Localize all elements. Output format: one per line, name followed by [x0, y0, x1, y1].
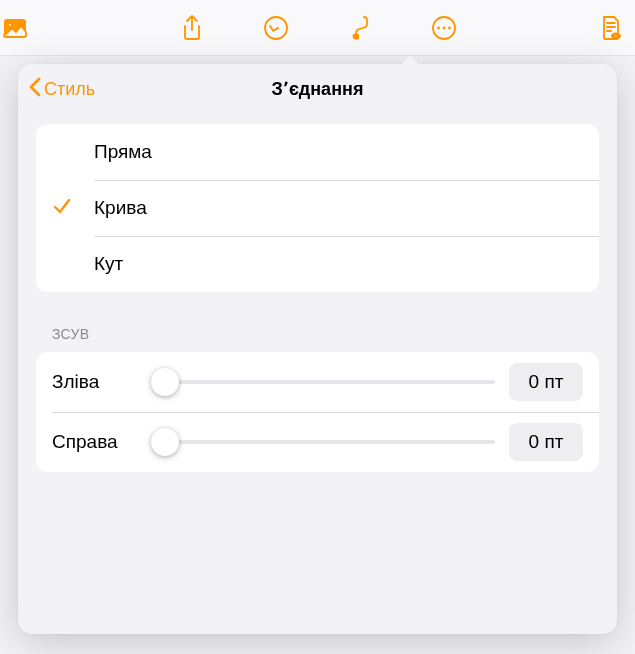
offset-left-value[interactable]: 0 пт — [509, 363, 583, 401]
toolbar — [0, 0, 635, 56]
share-icon[interactable] — [176, 12, 208, 44]
svg-point-4 — [437, 26, 440, 29]
format-popover: Стиль Зʼєднання Пряма Крива Кут ЗСУВ — [18, 64, 617, 634]
slider-track-line — [151, 440, 495, 444]
list-item-label: Пряма — [94, 141, 152, 163]
svg-point-2 — [265, 17, 287, 39]
offset-sliders: Зліва 0 пт Справа 0 пт — [36, 352, 599, 472]
offset-left-slider[interactable] — [151, 367, 495, 397]
more-icon[interactable] — [428, 12, 460, 44]
connection-type-straight[interactable]: Пряма — [36, 124, 599, 180]
popover-title: Зʼєднання — [18, 78, 617, 100]
back-button[interactable]: Стиль — [28, 76, 95, 103]
offset-left-label: Зліва — [52, 371, 137, 393]
slider-thumb[interactable] — [151, 368, 179, 396]
svg-point-8 — [614, 34, 617, 37]
offset-right-slider[interactable] — [151, 427, 495, 457]
offset-right-label: Справа — [52, 431, 137, 453]
media-icon[interactable] — [8, 12, 40, 44]
connection-type-list: Пряма Крива Кут — [36, 124, 599, 292]
checkmark-slot — [52, 196, 94, 221]
offset-right-value[interactable]: 0 пт — [509, 423, 583, 461]
list-item-label: Крива — [94, 197, 147, 219]
svg-point-1 — [8, 23, 12, 27]
svg-point-6 — [448, 26, 451, 29]
chevron-left-icon — [28, 76, 42, 103]
connection-type-corner[interactable]: Кут — [36, 236, 599, 292]
connection-type-curve[interactable]: Крива — [36, 180, 599, 236]
undo-icon[interactable] — [260, 12, 292, 44]
popover-header: Стиль Зʼєднання — [18, 64, 617, 114]
back-label: Стиль — [44, 79, 95, 100]
checkmark-icon — [52, 196, 72, 221]
list-item-label: Кут — [94, 253, 123, 275]
offset-left-row: Зліва 0 пт — [36, 352, 599, 412]
slider-track-line — [151, 380, 495, 384]
document-icon[interactable] — [595, 12, 627, 44]
format-brush-icon[interactable] — [344, 12, 376, 44]
slider-thumb[interactable] — [151, 428, 179, 456]
offset-right-row: Справа 0 пт — [36, 412, 599, 472]
svg-point-5 — [442, 26, 445, 29]
offset-section-header: ЗСУВ — [52, 326, 583, 342]
